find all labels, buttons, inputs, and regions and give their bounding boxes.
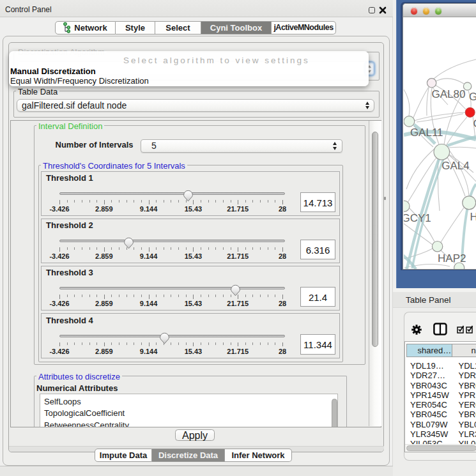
svg-text:HAP2: HAP2: [438, 252, 466, 265]
svg-text:GA: GA: [469, 91, 476, 103]
svg-text:H: H: [470, 211, 476, 223]
svg-text:CY: CY: [473, 118, 476, 130]
svg-text:GAL11: GAL11: [410, 127, 443, 139]
svg-text:GAL4: GAL4: [441, 160, 469, 172]
svg-text:GAL80: GAL80: [432, 88, 466, 100]
svg-text:GCY1: GCY1: [404, 212, 431, 224]
